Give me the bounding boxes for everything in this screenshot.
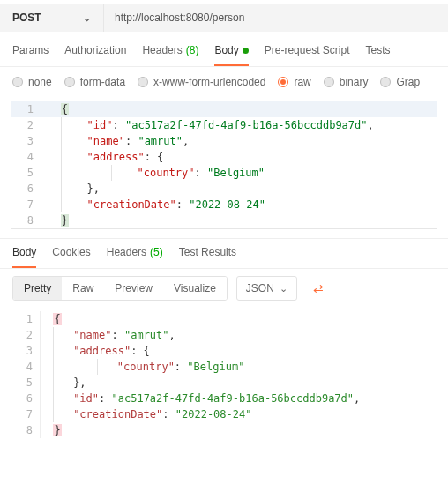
body-modified-dot-icon	[243, 48, 249, 54]
resp-tab-headers-label: Headers	[107, 246, 146, 258]
view-preview-button[interactable]: Preview	[104, 277, 163, 300]
resp-tab-headers[interactable]: Headers (5)	[107, 246, 163, 268]
http-method-value: POST	[12, 11, 41, 24]
response-tabs: Body Cookies Headers (5) Test Results	[0, 239, 448, 268]
tab-params[interactable]: Params	[12, 44, 49, 66]
body-type-none[interactable]: none	[12, 76, 52, 88]
body-type-graphql[interactable]: Grap	[380, 76, 420, 88]
tab-headers-label: Headers	[142, 44, 182, 56]
body-type-xwww[interactable]: x-www-form-urlencoded	[138, 76, 265, 88]
resp-tab-body[interactable]: Body	[12, 246, 36, 268]
response-view-modes: Pretty Raw Preview Visualize	[12, 276, 228, 301]
response-body-lines: { "name": "amrut", "address": { "country…	[11, 311, 437, 438]
tab-headers[interactable]: Headers (8)	[142, 44, 198, 66]
body-type-raw[interactable]: raw	[278, 76, 310, 88]
view-visualize-button[interactable]: Visualize	[163, 277, 227, 300]
request-body-lines: { "id": "ac517a2f-47fd-4af9-b16a-56bccdd…	[11, 101, 437, 228]
tab-body-label: Body	[214, 44, 238, 56]
wrap-lines-icon: ⇄	[313, 282, 324, 294]
response-view-toolbar: Pretty Raw Preview Visualize JSON ⌄ ⇄	[0, 269, 448, 308]
request-url-value: http://localhost:8080/person	[115, 11, 244, 24]
tab-body[interactable]: Body	[214, 44, 248, 66]
http-method-select[interactable]: POST ⌄	[0, 4, 104, 32]
body-type-form-data[interactable]: form-data	[64, 76, 125, 88]
line-gutter: 1234 5678	[11, 101, 41, 228]
request-tabs: Params Authorization Headers (8) Body Pr…	[0, 32, 448, 66]
tab-prerequest[interactable]: Pre-request Script	[265, 44, 350, 66]
view-raw-button[interactable]: Raw	[62, 277, 104, 300]
response-body-viewer[interactable]: 1234 5678 { "name": "amrut", "address": …	[11, 311, 437, 438]
body-type-radios: none form-data x-www-form-urlencoded raw…	[0, 67, 448, 97]
tab-tests[interactable]: Tests	[365, 44, 390, 66]
tab-headers-count: (8)	[186, 44, 199, 56]
line-gutter: 1234 5678	[11, 311, 41, 438]
request-url-input[interactable]: http://localhost:8080/person	[104, 4, 448, 32]
resp-tab-cookies[interactable]: Cookies	[52, 246, 90, 268]
wrap-lines-button[interactable]: ⇄	[306, 276, 331, 301]
resp-tab-headers-count: (5)	[150, 246, 163, 258]
chevron-down-icon: ⌄	[280, 283, 287, 294]
view-pretty-button[interactable]: Pretty	[13, 277, 62, 300]
body-type-binary[interactable]: binary	[324, 76, 369, 88]
response-format-value: JSON	[246, 282, 274, 294]
resp-tab-test-results[interactable]: Test Results	[179, 246, 236, 268]
request-body-editor[interactable]: 1234 5678 { "id": "ac517a2f-47fd-4af9-b1…	[11, 101, 437, 229]
chevron-down-icon: ⌄	[83, 12, 91, 24]
tab-authorization[interactable]: Authorization	[64, 44, 126, 66]
response-format-select[interactable]: JSON ⌄	[236, 276, 297, 301]
